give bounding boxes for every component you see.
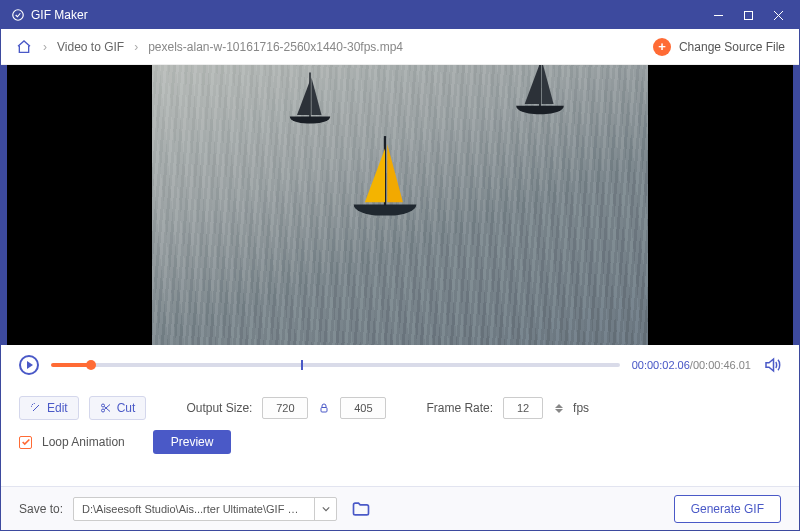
spinner-down[interactable] [555, 409, 563, 413]
boat-graphic [354, 204, 417, 215]
seek-marker [301, 360, 303, 370]
video-wrap [7, 65, 793, 345]
footer-bar: Save to: D:\Aiseesoft Studio\Ais...rter … [1, 486, 799, 530]
save-path-dropdown[interactable]: D:\Aiseesoft Studio\Ais...rter Ultimate\… [73, 497, 337, 521]
frame-rate-spinner [555, 404, 563, 413]
svg-rect-7 [321, 408, 327, 413]
volume-button[interactable] [763, 356, 781, 374]
change-source-label: Change Source File [679, 40, 785, 54]
time-total: 00:00:46.01 [693, 359, 751, 371]
minimize-button[interactable] [703, 5, 733, 25]
svg-point-6 [101, 409, 104, 412]
fps-label: fps [573, 401, 589, 415]
loop-animation-label: Loop Animation [42, 435, 125, 449]
plus-icon: + [653, 38, 671, 56]
wand-icon [30, 402, 42, 414]
check-icon [21, 437, 31, 447]
loop-animation-checkbox[interactable] [19, 436, 32, 449]
playback-bar: 00:00:02.06/00:00:46.01 [1, 345, 799, 385]
preview-area [1, 65, 799, 345]
maximize-button[interactable] [733, 5, 763, 25]
svg-point-0 [13, 10, 24, 21]
boat-graphic [516, 106, 564, 115]
video-preview[interactable] [152, 65, 648, 345]
title-bar: GIF Maker [1, 1, 799, 29]
boat-graphic [290, 116, 330, 123]
cut-label: Cut [117, 401, 136, 415]
svg-point-5 [101, 404, 104, 407]
controls-panel: Edit Cut Output Size: 720 405 Frame Rate… [1, 385, 799, 459]
preview-button[interactable]: Preview [153, 430, 232, 454]
app-title: GIF Maker [31, 8, 88, 22]
lock-icon[interactable] [318, 402, 330, 414]
change-source-button[interactable]: + Change Source File [653, 38, 785, 56]
breadcrumb-separator: › [43, 40, 47, 54]
breadcrumb-file: pexels-alan-w-10161716-2560x1440-30fps.m… [148, 40, 403, 54]
timecode: 00:00:02.06/00:00:46.01 [632, 359, 751, 371]
scissors-icon [100, 402, 112, 414]
path-dropdown-button[interactable] [314, 498, 336, 520]
seek-knob[interactable] [86, 360, 96, 370]
frame-rate-input[interactable]: 12 [503, 397, 543, 419]
open-folder-button[interactable] [351, 499, 371, 519]
svg-rect-2 [744, 11, 752, 19]
app-logo-icon [11, 8, 25, 22]
app-window: GIF Maker › Video to GIF › pexels-alan-w… [0, 0, 800, 531]
cut-button[interactable]: Cut [89, 396, 147, 420]
generate-gif-button[interactable]: Generate GIF [674, 495, 781, 523]
folder-icon [351, 499, 371, 519]
play-icon [27, 361, 33, 369]
output-size-label: Output Size: [186, 401, 252, 415]
output-width-input[interactable]: 720 [262, 397, 308, 419]
edit-button[interactable]: Edit [19, 396, 79, 420]
play-button[interactable] [19, 355, 39, 375]
frame-rate-label: Frame Rate: [426, 401, 493, 415]
home-icon[interactable] [15, 38, 33, 56]
time-current: 00:00:02.06 [632, 359, 690, 371]
breadcrumb-step[interactable]: Video to GIF [57, 40, 124, 54]
close-button[interactable] [763, 5, 793, 25]
breadcrumb-bar: › Video to GIF › pexels-alan-w-10161716-… [1, 29, 799, 65]
save-to-label: Save to: [19, 502, 63, 516]
seek-slider[interactable] [51, 363, 620, 367]
chevron-down-icon [322, 505, 330, 513]
output-height-input[interactable]: 405 [340, 397, 386, 419]
save-path-text: D:\Aiseesoft Studio\Ais...rter Ultimate\… [74, 503, 314, 515]
spinner-up[interactable] [555, 404, 563, 408]
edit-label: Edit [47, 401, 68, 415]
breadcrumb-separator: › [134, 40, 138, 54]
